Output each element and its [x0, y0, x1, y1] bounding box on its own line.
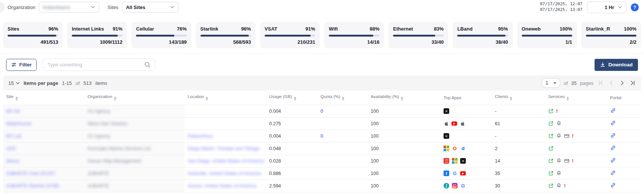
- site-link[interactable]: JUBARTE Starlink 10785: [6, 183, 59, 189]
- column-header-label: Location: [188, 94, 204, 99]
- next-page-icon[interactable]: [619, 80, 625, 86]
- column-header-availability[interactable]: Availability (%): [368, 91, 441, 105]
- search-input[interactable]: [43, 58, 155, 71]
- column-header-site[interactable]: Site: [3, 91, 85, 105]
- location-link[interactable]: Diego Martin, Trinidad and Tobago: [188, 146, 260, 151]
- column-header-clients[interactable]: Clients: [492, 91, 545, 105]
- location-link[interactable]: Palaiochora: [188, 134, 213, 139]
- portal-link-icon[interactable]: [610, 182, 616, 188]
- previous-page-icon[interactable]: [609, 80, 615, 86]
- alert-icon: !: [572, 158, 574, 164]
- organization-select[interactable]: Kobenhavns: [39, 2, 99, 12]
- portal-link-icon[interactable]: [610, 132, 616, 138]
- quota-link[interactable]: 0: [320, 134, 323, 139]
- cell-top-apps: [441, 117, 492, 130]
- portal-link-icon[interactable]: [610, 145, 616, 151]
- site-link[interactable]: JUBARTE Vsat 201257: [6, 171, 55, 176]
- cell-portal: [607, 117, 641, 130]
- filter-button[interactable]: Filter: [6, 59, 37, 71]
- column-header-label: Availability (%): [371, 94, 399, 99]
- alert-icon: !: [564, 183, 566, 189]
- time-range-select[interactable]: 1 Hr: [587, 2, 626, 13]
- sort-icon: [401, 97, 403, 101]
- stat-card: Sites 96% 491/513: [3, 22, 63, 48]
- organization-text: Maris Oak Solution: [88, 121, 128, 126]
- stat-percent: 96%: [241, 26, 251, 32]
- last-page-icon[interactable]: [630, 80, 636, 86]
- column-header-label: Organization: [88, 94, 112, 99]
- location-link[interactable]: Asheville, United States of America: [188, 171, 261, 176]
- stat-percent: 100%: [560, 26, 572, 32]
- quota-link[interactable]: 0: [320, 109, 323, 114]
- column-header-usage-gb[interactable]: Usage (GB): [266, 91, 317, 105]
- location-link[interactable]: San Diego, United States of America: [188, 158, 264, 164]
- toolbar: Filter Download: [0, 54, 644, 75]
- first-page-icon[interactable]: [598, 80, 604, 86]
- column-header-quota[interactable]: Quota (%): [317, 91, 368, 105]
- site-link[interactable]: Waterhouse: [6, 121, 31, 126]
- download-button[interactable]: Download: [595, 59, 638, 71]
- microsoft-app-icon: [444, 146, 449, 151]
- cell-clients: 2: [492, 142, 545, 155]
- external-link-icon: [548, 108, 554, 114]
- chevron-down-icon: [170, 6, 174, 9]
- cell-services: !: [545, 180, 607, 192]
- cell-services: [545, 142, 607, 155]
- stat-progress-fill: [457, 35, 505, 37]
- stat-progress-fill: [393, 35, 435, 37]
- page-size-select[interactable]: 15: [8, 80, 20, 86]
- stat-card: VSAT 91% 210/231: [260, 22, 320, 48]
- sites-label: Sites: [108, 5, 119, 10]
- stat-progress-track: [393, 35, 444, 37]
- facebook-app-icon: f: [444, 170, 449, 176]
- youtube-app-icon: [460, 171, 466, 175]
- cell-clients: 61: [492, 117, 545, 130]
- cell-services: !: [545, 130, 607, 142]
- cell-quota: 0: [317, 130, 368, 142]
- page-number-select[interactable]: 1: [542, 78, 560, 88]
- portal-link-icon[interactable]: [610, 120, 616, 126]
- cell-top-apps: fG: [441, 167, 492, 180]
- sites-select[interactable]: All Sites: [122, 2, 179, 12]
- organization-text: A1 Agency: [88, 134, 110, 139]
- column-header-services[interactable]: Services: [545, 91, 607, 105]
- site-link[interactable]: USS: [6, 146, 16, 151]
- squid-icon: [556, 133, 562, 139]
- location-link[interactable]: Aurora, United States of America: [188, 183, 256, 189]
- cell-usage: 0.048: [266, 142, 317, 155]
- site-link[interactable]: Nexus: [6, 158, 19, 164]
- portal-link-icon[interactable]: [610, 170, 616, 176]
- fortinet-app-icon: [444, 158, 449, 164]
- time-range-readout: 07/17/2025, 12:07 07/17/2025, 13:07: [540, 2, 582, 13]
- table-row: MV LdtA1 AgencyPalaiochora0.0040100✕-!: [3, 130, 641, 142]
- cell-availability: 100: [368, 142, 441, 155]
- column-header-organization[interactable]: Organization: [85, 91, 185, 105]
- top-bar: Organization Kobenhavns Sites All Sites …: [0, 0, 644, 14]
- site-link[interactable]: MV Ldt: [6, 134, 21, 139]
- stat-percent: 76%: [177, 26, 187, 32]
- search-icon[interactable]: [144, 61, 151, 70]
- sort-icon: [342, 97, 344, 101]
- portal-link-icon[interactable]: [610, 157, 616, 163]
- cell-site: JUBARTE Vsat 201257: [3, 167, 85, 180]
- table-row: JUBARTE Starlink 10785JUBARTEAurora, Uni…: [3, 180, 641, 192]
- portal-link-icon[interactable]: [610, 107, 616, 114]
- squid-icon: [556, 158, 562, 164]
- sort-icon: [510, 97, 512, 101]
- cell-clients: -: [492, 130, 545, 142]
- stat-progress-track: [136, 35, 186, 37]
- sort-icon: [114, 97, 116, 101]
- site-link[interactable]: MV Idr: [6, 109, 20, 114]
- cell-location: Aurora, United States of America: [185, 180, 266, 192]
- cell-portal: [607, 167, 641, 180]
- cell-organization: JUBARTE: [85, 167, 185, 180]
- stat-count: 143/189: [136, 39, 186, 45]
- stat-progress-fill: [72, 35, 118, 37]
- column-header-location[interactable]: Location: [185, 91, 266, 105]
- cell-location: Diego Martin, Trinidad and Tobago: [185, 142, 266, 155]
- organization-select-value: Kobenhavns: [43, 5, 70, 10]
- of-label: of: [75, 80, 80, 86]
- cell-availability: 100: [368, 117, 441, 130]
- cell-services: !: [545, 155, 607, 167]
- help-icon[interactable]: ?: [631, 3, 639, 11]
